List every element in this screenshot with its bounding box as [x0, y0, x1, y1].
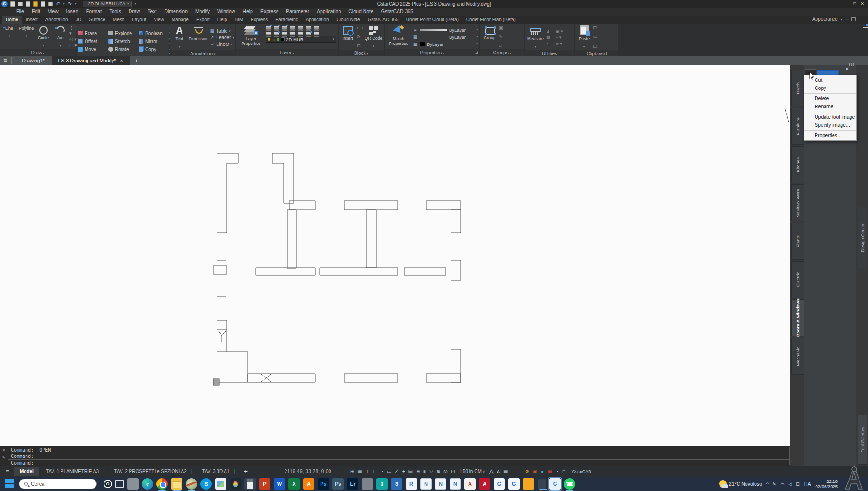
- layer-dropdown[interactable]: ☼ 2D MURI ▾: [266, 36, 336, 43]
- edge-icon[interactable]: e: [142, 478, 153, 490]
- layer-merge-icon[interactable]: [306, 26, 311, 27]
- menu-item[interactable]: Modify: [191, 8, 214, 16]
- autocad-icon[interactable]: A: [464, 478, 476, 490]
- navisworks2-icon[interactable]: N: [435, 478, 446, 490]
- distance-icon[interactable]: ⌖: [546, 41, 554, 46]
- ribbon-tab-insert[interactable]: Insert: [22, 16, 42, 24]
- photos-icon[interactable]: [215, 478, 226, 490]
- menu-item[interactable]: Window: [214, 8, 239, 16]
- layout-tab[interactable]: TAV. 3 3D A1: [197, 467, 240, 476]
- close-button[interactable]: ✕: [860, 1, 864, 6]
- ribbon-tab-application[interactable]: Application: [302, 16, 333, 24]
- object-snap-3d-icon[interactable]: ▤: [408, 469, 412, 474]
- drawing-canvas[interactable]: [0, 65, 790, 446]
- palette-tab-kitchen[interactable]: Kitchen: [791, 146, 804, 183]
- boolean-button[interactable]: Boolean: [139, 29, 168, 37]
- zoom-icon[interactable]: ◎: [443, 469, 448, 474]
- command-close-icon[interactable]: ✕: [2, 448, 6, 453]
- powerpoint-icon[interactable]: P: [259, 478, 270, 490]
- polyline-button[interactable]: Polyline: [18, 25, 34, 49]
- undo-caret-icon[interactable]: ▾: [63, 2, 65, 6]
- snap-icon[interactable]: ⊥: [365, 469, 370, 474]
- ribbon-tab-surface[interactable]: Surface: [85, 16, 109, 24]
- chevron-down-icon[interactable]: [60, 40, 61, 49]
- chevron-down-icon[interactable]: [43, 40, 44, 49]
- chevron-down-icon[interactable]: [583, 41, 585, 50]
- ribbon-tab-parametric[interactable]: Parametric: [271, 16, 302, 24]
- layer-delete-icon[interactable]: [314, 32, 319, 34]
- dark-app-icon[interactable]: [538, 479, 546, 489]
- unlock-icon[interactable]: ◉: [533, 469, 537, 474]
- layer-isolate-icon[interactable]: [290, 26, 295, 27]
- linetype-icon[interactable]: ≋: [436, 469, 440, 474]
- revit-icon[interactable]: R: [406, 478, 417, 490]
- mirror-button[interactable]: Mirror: [139, 37, 168, 45]
- isometric-drafting-icon[interactable]: ▭: [387, 469, 391, 474]
- group-select-icon[interactable]: ▱: [499, 43, 503, 48]
- ribbon-tab-express[interactable]: Express: [247, 16, 271, 24]
- photoshop-icon[interactable]: Ps: [318, 478, 329, 490]
- erase-button[interactable]: Erase: [78, 29, 107, 37]
- document-tab-drawing1[interactable]: Drawing1*: [15, 56, 51, 65]
- settings-gear-icon[interactable]: ⚙: [525, 469, 529, 474]
- chevron-down-icon[interactable]: [373, 41, 374, 49]
- gray-app-icon[interactable]: [362, 478, 373, 490]
- annotation-scale-control[interactable]: 1:50 in CM ▾: [459, 469, 485, 474]
- ribbon-tab-help[interactable]: Help: [214, 16, 231, 24]
- gstarcad-taskbar-icon[interactable]: G: [494, 478, 505, 490]
- new-layout-button[interactable]: +: [244, 468, 248, 475]
- ribbon-tab-gstarcad365[interactable]: GstarCAD 365: [364, 16, 402, 24]
- ribbon-tab-manage[interactable]: Manage: [168, 16, 192, 24]
- document-tab-es3[interactable]: ES 3 Drawing and Modify*: [52, 56, 130, 65]
- annotation-scale-icon[interactable]: ⋀: [489, 469, 493, 474]
- context-menu-specify-image[interactable]: Specify image...: [804, 121, 856, 131]
- fullscreen-icon[interactable]: [851, 17, 856, 21]
- copy-icon[interactable]: [41, 1, 45, 7]
- clean-screen-icon[interactable]: □: [563, 469, 565, 474]
- copy-base-icon[interactable]: ⧠: [593, 44, 597, 49]
- menu-item[interactable]: Application: [313, 8, 345, 16]
- layer-match-icon[interactable]: [266, 32, 271, 34]
- layout-tab[interactable]: TAV. 2 PROSPETTI e SEZIONI A2: [110, 467, 198, 476]
- weather-widget[interactable]: 21°C Nuvoloso: [719, 480, 762, 488]
- save-icon[interactable]: [26, 1, 30, 7]
- palette-tab-electric[interactable]: Electric: [791, 261, 804, 298]
- document-menu-icon[interactable]: ≡: [0, 57, 10, 64]
- block-panel-label[interactable]: Block: [339, 50, 384, 57]
- print-icon[interactable]: [48, 2, 53, 6]
- minimize-ribbon-icon[interactable]: ─: [845, 17, 849, 22]
- tray-pen-icon[interactable]: ✎: [773, 482, 776, 487]
- globe-app-icon[interactable]: [186, 478, 197, 490]
- layer-off-icon[interactable]: [290, 32, 295, 34]
- isolate-objects-icon[interactable]: ▦: [547, 469, 552, 474]
- new-tab-button[interactable]: +: [135, 57, 139, 64]
- offset-button[interactable]: Offset: [78, 37, 107, 45]
- ribbon-tab-view[interactable]: View: [150, 16, 168, 24]
- 3d-app-icon[interactable]: 3: [376, 478, 388, 490]
- open-file-icon[interactable]: [18, 2, 23, 6]
- lineweight-dropdown[interactable]: ≡ ByLayer ▾: [412, 27, 478, 33]
- excel-icon[interactable]: X: [288, 478, 300, 490]
- context-menu-update-tool-image[interactable]: Update tool image: [804, 113, 856, 121]
- calculator-icon[interactable]: ▦: [546, 35, 554, 40]
- layer-prev-icon[interactable]: [274, 32, 279, 34]
- opera-icon[interactable]: O: [104, 480, 112, 488]
- menu-item[interactable]: Dimension: [160, 8, 191, 16]
- ribbon-tab-mesh[interactable]: Mesh: [109, 16, 128, 24]
- cut-clip-icon[interactable]: ✂: [593, 35, 597, 40]
- layer-properties-button[interactable]: B Layer Properties: [238, 25, 264, 49]
- illustrator-icon[interactable]: A: [303, 478, 314, 490]
- menu-item[interactable]: Insert: [62, 8, 82, 16]
- file-explorer-icon[interactable]: [171, 478, 182, 490]
- clock[interactable]: 22:19 02/06/2025: [815, 479, 838, 489]
- layer-panel-label[interactable]: Layer: [236, 49, 338, 56]
- ortho-icon[interactable]: ∟: [373, 469, 377, 474]
- table-button[interactable]: ▦Table▾: [209, 28, 234, 34]
- workspace-dropdown[interactable]: _2D OLIVIERI LUCA ▾: [83, 1, 131, 7]
- menu-item[interactable]: Draw: [125, 8, 144, 16]
- palette-tab-doors-windows[interactable]: Doors & Windows: [791, 299, 804, 336]
- layout-tab[interactable]: TAV. 1 PLANIMETRIE A3: [41, 467, 110, 476]
- palette-tab-sanitary-ware[interactable]: Sanitary Ware: [791, 184, 804, 221]
- color-dropdown[interactable]: ▩ ByLayer ▾: [412, 41, 478, 47]
- word-icon[interactable]: W: [274, 478, 285, 490]
